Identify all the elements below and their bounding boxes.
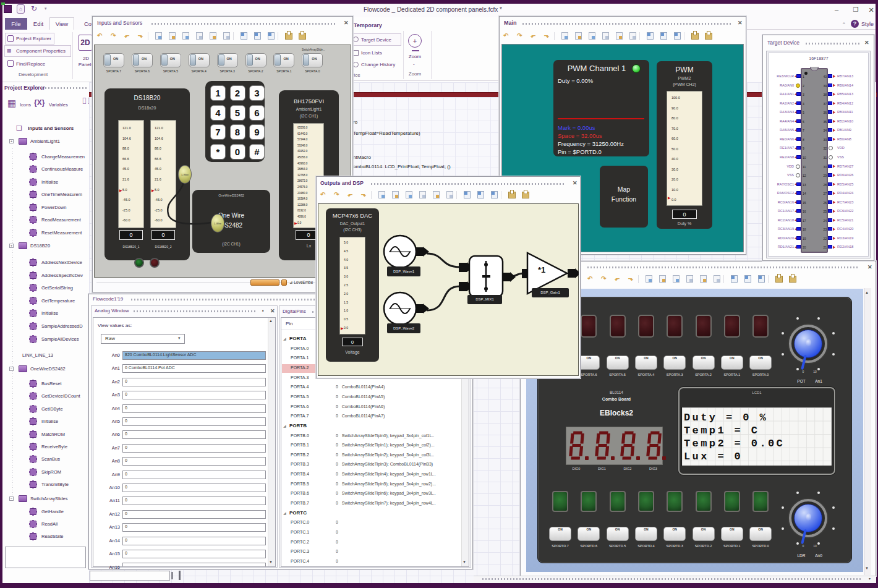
svg-text:*1: *1 <box>538 265 545 275</box>
